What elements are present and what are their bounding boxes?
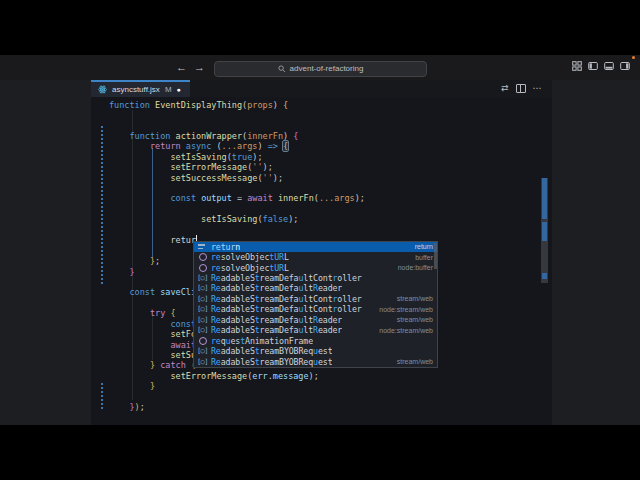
code-token: EventDisplayThing xyxy=(155,100,242,110)
suggest-widget: returnreturnresolveObjectURLbufferresolv… xyxy=(193,241,438,368)
code-line[interactable]: function actionWrapper(innerFn) { xyxy=(109,131,552,141)
code-line[interactable] xyxy=(109,183,552,193)
code-token: output xyxy=(201,193,237,203)
suggestion-item[interactable]: ReadableStreamDefaultControllerstream/we… xyxy=(194,294,437,304)
suggestion-item[interactable]: ReadableStreamBYOBRequeststream/web xyxy=(194,356,437,366)
code-line[interactable]: const output = await innerFn(...args); xyxy=(109,193,552,203)
dirty-indicator-dot[interactable]: ● xyxy=(177,86,181,93)
code-token: await xyxy=(247,193,278,203)
code-token: function xyxy=(129,131,175,141)
code-token: function xyxy=(109,100,155,110)
customize-layout-icon[interactable] xyxy=(572,61,582,71)
symbol-class-icon xyxy=(197,273,208,283)
suggestion-label: ReadableStreamBYOBRequest xyxy=(211,357,332,367)
symbol-class-icon xyxy=(197,283,208,293)
scrollbar[interactable] xyxy=(541,97,548,425)
command-center[interactable]: advent-of-refactoring xyxy=(214,61,427,77)
code-token: try xyxy=(150,308,170,318)
symbol-method-icon xyxy=(197,263,208,273)
overview-modified-marker xyxy=(542,178,547,219)
suggestion-item[interactable]: ReadableStreamBYOBRequest xyxy=(194,346,437,356)
symbol-keyword-icon xyxy=(197,242,208,252)
toggle-sidebar-icon[interactable] xyxy=(588,61,598,71)
code-token: ) xyxy=(273,100,283,110)
code-token: true xyxy=(232,152,252,162)
split-editor-icon[interactable] xyxy=(516,84,526,93)
code-line[interactable]: setSuccessMessage(''); xyxy=(109,173,552,183)
suggestion-item[interactable]: ReadableStreamDefaultReaderstream/web xyxy=(194,315,437,325)
code-token: saveCli xyxy=(160,287,196,297)
code-token: props xyxy=(247,100,273,110)
forward-icon[interactable]: → xyxy=(194,61,205,74)
suggestion-item[interactable]: returnreturn xyxy=(194,242,437,252)
more-actions-icon[interactable]: ⋯ xyxy=(533,84,542,93)
code-line[interactable]: function EventDisplayThing(props) { xyxy=(109,100,552,110)
code-line[interactable]: setErrorMessage(''); xyxy=(109,162,552,172)
suggestion-item[interactable]: resolveObjectURLbuffer xyxy=(194,252,437,262)
code-token: setSuccessMessage xyxy=(170,173,257,183)
symbol-method-icon xyxy=(197,336,208,346)
code-token: } xyxy=(150,360,160,370)
modified-badge: M xyxy=(165,85,172,94)
code-token: ) xyxy=(257,141,267,151)
code-token: ; xyxy=(155,256,160,266)
symbol-class-icon xyxy=(197,346,208,356)
suggestion-item[interactable]: requestAnimationFrame xyxy=(194,335,437,345)
suggestion-detail: stream/web xyxy=(391,358,433,365)
code-line[interactable] xyxy=(109,204,552,214)
code-line[interactable] xyxy=(109,225,552,235)
code-token: = xyxy=(237,193,247,203)
code-line[interactable]: setIsSaving(false); xyxy=(109,214,552,224)
code-token: '' xyxy=(252,162,262,172)
tab-asyncstuff-jsx[interactable]: asyncstuff.jsx M ● xyxy=(91,80,190,97)
suggestion-label: ReadableStreamDefaultReader xyxy=(211,325,342,335)
code-token: err xyxy=(252,371,267,381)
code-line[interactable] xyxy=(109,120,552,130)
code-token: setIsSaving xyxy=(170,152,226,162)
suggest-scrollbar[interactable] xyxy=(434,243,437,269)
back-icon[interactable]: ← xyxy=(176,61,187,74)
code-line[interactable]: return async (...args) => { xyxy=(109,141,552,151)
code-token: { xyxy=(293,131,298,141)
code-token: catch xyxy=(160,360,191,370)
suggestion-item[interactable]: ReadableStreamDefaultController xyxy=(194,273,437,283)
toggle-secondary-sidebar-icon[interactable] xyxy=(620,61,630,71)
code-line[interactable] xyxy=(109,110,552,120)
suggestion-item[interactable]: ReadableStreamDefaultReader xyxy=(194,283,437,293)
layout-controls xyxy=(572,61,630,71)
suggestion-label: requestAnimationFrame xyxy=(211,336,313,346)
suggestion-label: ReadableStreamDefaultController xyxy=(211,304,362,314)
code-token: setIsSaving xyxy=(201,214,257,224)
suggestion-item[interactable]: resolveObjectURLnode:buffer xyxy=(194,262,437,272)
code-line[interactable]: } xyxy=(109,381,552,391)
code-token: '' xyxy=(263,173,273,183)
suggestion-label: ReadableStreamDefaultController xyxy=(211,273,362,283)
code-token: innerFn xyxy=(247,131,283,141)
open-changes-icon[interactable]: ⇄ xyxy=(501,83,509,93)
code-token: { xyxy=(283,141,288,151)
code-line[interactable] xyxy=(109,392,552,402)
workbench-background-left xyxy=(0,80,91,425)
tab-bar: asyncstuff.jsx M ● ⇄ ⋯ xyxy=(91,80,552,97)
toggle-panel-icon[interactable] xyxy=(604,61,614,71)
code-line[interactable]: setIsSaving(true); xyxy=(109,152,552,162)
code-token: ); xyxy=(252,152,262,162)
search-icon xyxy=(278,65,286,73)
suggestion-item[interactable]: ReadableStreamDefaultControllernode:stre… xyxy=(194,304,437,314)
workbench-background-right xyxy=(552,80,640,425)
symbol-class-icon xyxy=(197,294,208,304)
code-token: message xyxy=(273,371,309,381)
suggestion-detail: node:stream/web xyxy=(373,306,433,313)
code-token: innerFn xyxy=(278,193,314,203)
suggestion-detail: buffer xyxy=(409,254,433,261)
code-line[interactable]: setErrorMessage(err.message); xyxy=(109,371,552,381)
symbol-class-icon xyxy=(197,325,208,335)
code-token: } xyxy=(150,381,155,391)
code-token: ...args xyxy=(222,141,258,151)
suggestion-label: ReadableStreamBYOBRequest xyxy=(211,346,332,356)
overview-modified-marker xyxy=(542,222,547,241)
suggestion-item[interactable]: ReadableStreamDefaultReadernode:stream/w… xyxy=(194,325,437,335)
suggestion-label: ReadableStreamDefaultController xyxy=(211,294,362,304)
code-line[interactable]: }); xyxy=(109,402,552,412)
tab-label: asyncstuff.jsx xyxy=(112,85,160,94)
